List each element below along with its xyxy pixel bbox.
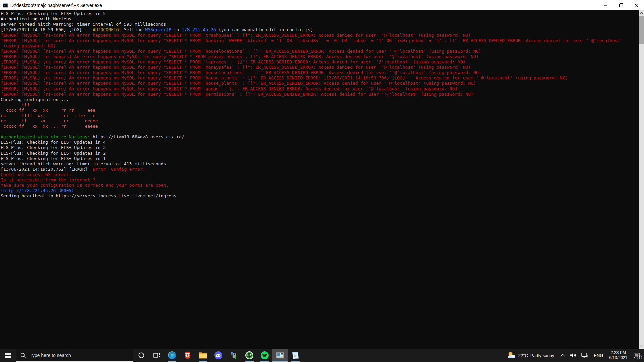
clock[interactable]: 2:23 PM 6/13/2021	[606, 349, 630, 362]
network-button[interactable]	[579, 349, 591, 362]
console-line: Sending heartbeat to https://servers-ing…	[1, 193, 639, 199]
search-placeholder: Type here to search	[30, 353, 71, 358]
weather-widget[interactable]: 22°C Partly sunny	[505, 349, 558, 362]
console-line: fff	[1, 102, 639, 108]
ethernet-icon	[581, 353, 588, 358]
close-button[interactable]	[629, 0, 644, 10]
notepad-icon	[291, 351, 300, 360]
console-line: ELS-Plus: Checking for ELS+ Updates in 5	[1, 11, 639, 16]
file-explorer-icon	[199, 351, 207, 359]
console-line: [ERROR] [MySQL] [rs-core] An error happe…	[1, 33, 639, 38]
taskbar-app-spotify[interactable]	[257, 349, 272, 362]
speaker-icon	[570, 353, 577, 358]
console-line: ELS-Plus: Checking for ELS+ Updates in 1	[1, 156, 639, 161]
task-view-button[interactable]	[149, 349, 164, 362]
console-window-titlebar[interactable]: D:\desktop\zmajcinaqb\server\FXServer.ex…	[0, 0, 644, 10]
console-line: [ERROR] [MySQL] [rs-core] An error happe…	[1, 65, 639, 70]
spotify-icon	[260, 351, 269, 360]
clock-time: 2:23 PM	[611, 350, 626, 355]
console-line: [ERROR] [MySQL] [rs-core] An error happe…	[1, 75, 639, 81]
system-tray: 22°C Partly sunny	[505, 349, 644, 362]
console-line: (using password: NO)	[1, 43, 639, 49]
chevron-up-icon	[560, 354, 565, 357]
cortana-button[interactable]	[133, 349, 149, 362]
console-line: Is it accessible from the internet ?	[1, 177, 639, 183]
console-line: [ERROR] [MySQL] [rs-core] An error happe…	[1, 86, 639, 92]
console-line: ELS-Plus: Checking for ELS+ Updates in 4	[1, 140, 639, 145]
console-line: [ERROR] [MySQL] [rs-core] An error happe…	[1, 49, 639, 54]
console-scrollbar[interactable]	[639, 10, 644, 349]
console-line: [13/06/2021 14:19:20.752] [ERROR] Error:…	[1, 167, 639, 172]
notification-badge: 1	[637, 355, 642, 360]
taskbar-app-fxserver-console[interactable]	[272, 349, 288, 362]
close-icon	[634, 3, 638, 7]
console-line: Checking configuration ...	[1, 97, 639, 102]
console-line: server thread hitch warning: timer inter…	[1, 161, 639, 167]
console-line: ccccc ff xx xx ... rr eeeee	[1, 124, 639, 129]
console-line: Authenticated with cfx.re Nucleus: https…	[1, 134, 639, 140]
weather-condition: Partly sunny	[530, 353, 554, 358]
console-line: Make sure your configuration is correct …	[1, 183, 639, 188]
windows-logo-icon	[5, 353, 11, 358]
scroll-up-arrow[interactable]	[639, 10, 644, 15]
taskbar-app-discord[interactable]	[211, 349, 226, 362]
scrollbar-thumb[interactable]	[639, 16, 644, 44]
weather-temp: 22°C	[518, 353, 528, 358]
taskbar-app-brave[interactable]	[180, 349, 195, 362]
console-line: [ERROR] [MySQL] [rs-houses] An error hap…	[1, 54, 639, 59]
console-line: [ERROR] [MySQL] [rs-core] An error happe…	[1, 70, 639, 75]
taskbar-app-notepad[interactable]	[288, 349, 303, 362]
console-line: [ERROR] [MySQL] [rs-core] An error happe…	[1, 38, 639, 43]
secure-transfer-icon	[229, 351, 238, 360]
hidden-icons-button[interactable]	[558, 349, 568, 362]
minimize-icon	[603, 3, 607, 7]
console-line: [ERROR] [MySQL] [rs-core] An error happe…	[1, 59, 639, 65]
discord-icon	[214, 351, 223, 360]
cortana-icon	[138, 352, 145, 359]
console-line: cc ff xx ... rr eeeee	[1, 118, 639, 124]
console-line: ELS-Plus: Checking for ELS+ Updates in 2	[1, 150, 639, 156]
brave-icon	[183, 351, 192, 360]
hs-badge-text: HS	[247, 354, 251, 357]
console-line: server thread hitch warning: timer inter…	[1, 22, 639, 27]
taskbar-app-file-explorer[interactable]	[195, 349, 211, 362]
taskbar-app-edge[interactable]	[164, 349, 180, 362]
restore-button[interactable]	[613, 0, 629, 10]
scroll-down-arrow[interactable]	[639, 344, 644, 349]
console-line: [13/06/2021 14:18:59.660] [LOG] AUTOCONF…	[1, 27, 639, 33]
console-line: cccc ff xx xx rr rr eee	[1, 108, 639, 113]
restore-icon	[619, 3, 623, 7]
clock-date: 6/13/2021	[609, 355, 627, 360]
taskbar-app-hs[interactable]: HS	[241, 349, 257, 362]
console-line: [ERROR] [MySQL] [rs-core] An error happe…	[1, 81, 639, 86]
console-window-icon	[276, 351, 284, 360]
console-line	[1, 129, 639, 134]
console-line: [ERROR] [MySQL] [rs-core] An error happe…	[1, 92, 639, 97]
start-button[interactable]	[0, 349, 16, 362]
minimize-button[interactable]	[598, 0, 613, 10]
console-output: ELS-Plus: Checking for ELS+ Updates in 5…	[0, 10, 639, 349]
search-input[interactable]: Type here to search	[16, 349, 133, 362]
console-line: Authenticating with Nucleus...	[1, 16, 639, 22]
action-center-button[interactable]: 1	[630, 349, 644, 362]
console-line: ELS-Plus: Checking for ELS+ Updates in 3	[1, 145, 639, 150]
taskbar: Type here to search	[0, 349, 644, 362]
console-line: (http://178.221.45.26:30005)	[1, 188, 639, 193]
chevron-down-icon	[640, 345, 643, 347]
console-line: Could not access WS server.	[1, 172, 639, 177]
desktop-screen: D:\desktop\zmajcinaqb\server\FXServer.ex…	[0, 0, 644, 362]
language-indicator[interactable]: ENG	[591, 349, 606, 362]
task-view-icon	[153, 352, 160, 358]
hs-app-icon: HS	[245, 351, 254, 360]
partly-sunny-icon	[507, 351, 516, 359]
chevron-up-icon	[640, 12, 643, 14]
window-title: D:\desktop\zmajcinaqb\server\FXServer.ex…	[10, 3, 102, 8]
edge-icon	[168, 351, 176, 360]
console-app-icon	[3, 3, 8, 8]
search-icon	[20, 353, 26, 358]
taskbar-app-secure-transfer[interactable]	[226, 349, 241, 362]
volume-button[interactable]	[568, 349, 579, 362]
console-line: cc ffff xx rrr r ee e	[1, 113, 639, 118]
